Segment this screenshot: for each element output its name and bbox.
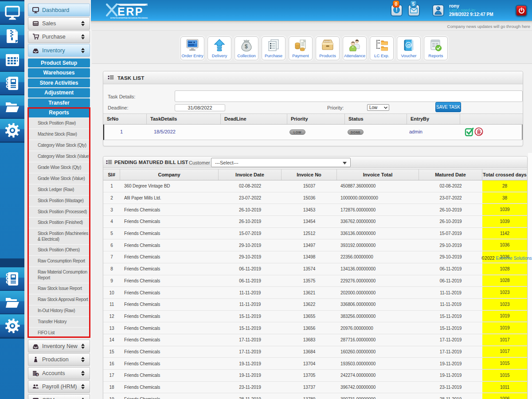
svg-text:$: $ bbox=[245, 43, 248, 50]
svg-text:EXTROTIE ENTERPRISE RECOURCES: EXTROTIE ENTERPRISE RECOURCES PROCESSING bbox=[110, 17, 148, 19]
svg-text:ERP: ERP bbox=[117, 5, 144, 18]
svg-text:@: @ bbox=[407, 43, 411, 47]
